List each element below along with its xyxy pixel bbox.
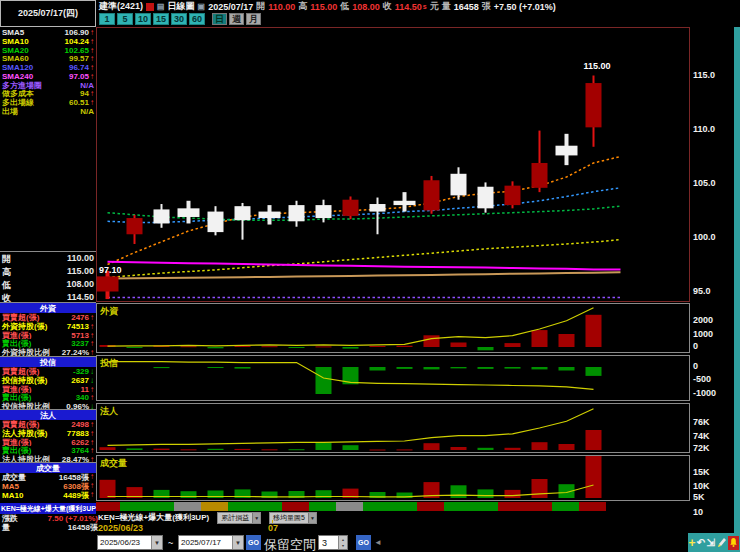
axis-tick-label: 105.0 <box>693 178 716 188</box>
ken-signal-block <box>309 502 336 511</box>
info-row: 買賣超(張)2476↑ <box>0 313 96 322</box>
volume-value: 16458 <box>454 2 479 12</box>
row-label: 買賣超(張) <box>2 313 39 322</box>
quote-titlebar: 建準(2421) ▤ 日線圖 ▣ 2025/07/17 開 110.00 高 1… <box>99 1 556 12</box>
ken-signal-block <box>444 502 471 511</box>
reserve-space-spinner[interactable]: 3 ▴ ▾ <box>318 535 348 550</box>
inst-bar <box>505 448 521 450</box>
candle-body <box>478 187 494 209</box>
foreign-bar <box>127 347 143 348</box>
info-row: MA56308張↑ <box>0 482 96 491</box>
info-row: 投信持股(張)2637↓ <box>0 376 96 385</box>
inst-bar <box>451 447 467 450</box>
vertical-scrollbar[interactable] <box>734 27 740 533</box>
alert-bell-icon[interactable] <box>728 536 739 550</box>
current-date-box: 2025/07/17(四) <box>0 0 96 27</box>
institutional-panel[interactable] <box>96 403 690 453</box>
period-button-5[interactable]: 5 <box>117 13 133 25</box>
row-value: 16458張↑ <box>59 473 94 482</box>
trust-bar <box>424 367 440 369</box>
mode-button-week[interactable]: 週 <box>229 13 244 25</box>
row-label: 多出場線 <box>2 98 34 107</box>
vol-bar <box>586 456 602 498</box>
vol-bar <box>505 490 521 498</box>
inst-bar <box>559 444 575 450</box>
period-toolbar: 1510153060日週月 <box>99 13 261 26</box>
start-date-select[interactable]: 2025/06/23 ▼ <box>97 535 163 550</box>
row-value: 74513↑ <box>67 322 94 331</box>
foreign-net-buy-panel[interactable] <box>96 303 690 353</box>
chevron-down-icon[interactable]: ▼ <box>151 536 162 549</box>
ken-signal-block <box>390 502 417 511</box>
inst-trend-line <box>108 409 594 446</box>
go-button-2[interactable]: GO <box>356 535 371 550</box>
candle-body <box>532 163 548 188</box>
value-text: -329 <box>73 367 89 376</box>
trust-bar <box>505 367 521 369</box>
open-label: 開 <box>256 0 265 13</box>
ken-signal-block <box>282 502 309 511</box>
trend-up-arrow-icon: ↑ <box>90 90 94 99</box>
stock-trading-app: 2025/07/17(四) 建準(2421) ▤ 日線圖 ▣ 2025/07/1… <box>0 0 740 552</box>
pencil-icon[interactable] <box>716 534 727 552</box>
info-row: 成交量16458張↑ <box>0 473 96 482</box>
low-label: 低 <box>340 0 349 13</box>
trust-bar <box>586 367 602 376</box>
axis-tick-label: 5K <box>693 492 705 502</box>
candle-body <box>394 201 416 205</box>
info-row: 買賣超(張)-329↓ <box>0 367 96 376</box>
inst-bar <box>532 442 548 450</box>
row-value: 11↑ <box>81 385 94 394</box>
value-text: 11 <box>81 385 89 394</box>
period-button-10[interactable]: 10 <box>135 13 151 25</box>
indicator-list: SMA5106.90↑SMA10104.24↑SMA20102.65↑SMA60… <box>0 28 96 116</box>
close-value: 114.50 <box>395 2 422 12</box>
trend-up-arrow-icon: ↑ <box>90 46 94 55</box>
inst-bar <box>289 449 305 450</box>
chevron-down-icon[interactable]: ▼ <box>232 536 243 549</box>
inst-bar <box>397 449 413 450</box>
period-button-1[interactable]: 1 <box>99 13 115 25</box>
trust-net-buy-panel[interactable] <box>96 355 690 401</box>
axis-tick-label: 1000 <box>693 329 713 339</box>
row-label: 賣出(張) <box>2 446 31 455</box>
row-value: 2498↑ <box>71 420 94 429</box>
row-label: 賣出(張) <box>2 393 31 402</box>
go-button[interactable]: GO <box>246 535 261 550</box>
panel-title-vol: 成交量 <box>100 457 127 470</box>
period-button-30[interactable]: 30 <box>171 13 187 25</box>
axis-tick-label: 76K <box>693 417 710 427</box>
volume-box: 成交量成交量16458張↑MA56308張↑MA104489張↑ <box>0 462 96 503</box>
ken-signal-block <box>255 502 282 511</box>
row-label: 外資持股(張) <box>2 322 47 331</box>
volume-panel[interactable] <box>96 455 690 501</box>
period-button-15[interactable]: 15 <box>153 13 169 25</box>
info-row: 法人持股(張)77883↑ <box>0 429 96 438</box>
mode-button-month[interactable]: 月 <box>246 13 261 25</box>
add-icon[interactable]: + <box>689 537 696 549</box>
value-text: 6308張 <box>63 482 89 491</box>
trend-up-arrow-icon: ↑ <box>90 331 94 340</box>
trend-down-arrow-icon: ↓ <box>90 376 94 385</box>
quote-date: 2025/07/17 <box>208 2 253 12</box>
end-date-select[interactable]: 2025/07/17 ▼ <box>178 535 244 550</box>
value-text: 60.51 <box>69 98 89 107</box>
inst-bar <box>208 449 224 450</box>
row-label: 出場 <box>2 107 18 116</box>
chart-type-label: 日線圖 <box>168 0 195 13</box>
candlestick-chart[interactable]: 115.0097.10 <box>96 27 690 302</box>
volume-row: 量 16458張 <box>0 523 100 532</box>
candle-body <box>505 186 521 205</box>
row-label: SMA10 <box>2 37 29 46</box>
expand-icon[interactable]: ⇲ <box>706 538 714 548</box>
scroll-left-button[interactable]: ◄ <box>374 538 382 547</box>
spinner-down-icon[interactable]: ▾ <box>338 543 347 550</box>
row-label: MA10 <box>2 491 23 500</box>
box-header-inst: 法人 <box>0 410 96 420</box>
mode-button-day[interactable]: 日 <box>212 13 227 25</box>
period-button-60[interactable]: 60 <box>189 13 205 25</box>
undo-icon[interactable]: ↶ <box>697 538 705 548</box>
value-text: N/A <box>80 81 94 90</box>
row-label: SMA20 <box>2 46 29 55</box>
ohlc-row: 低108.00 <box>2 279 94 292</box>
